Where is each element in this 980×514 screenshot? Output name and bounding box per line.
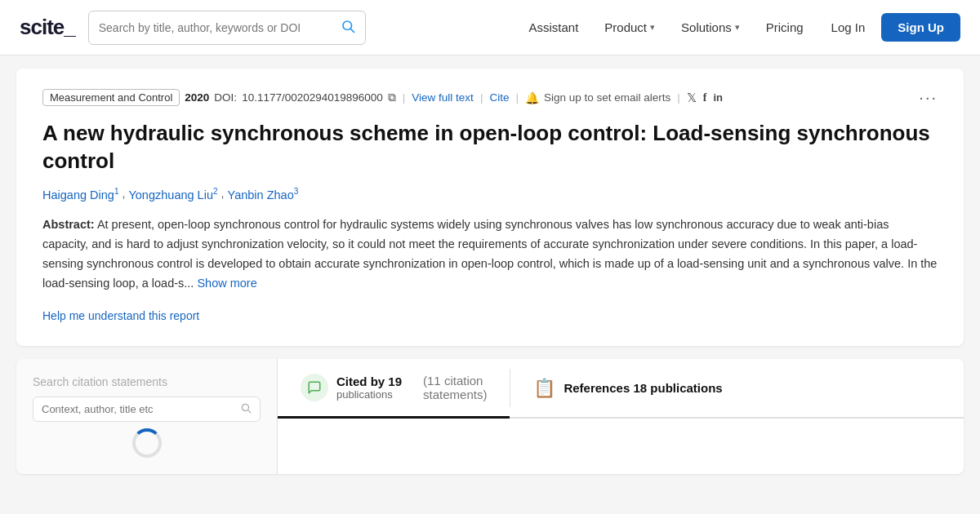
show-more-link[interactable]: Show more bbox=[197, 277, 256, 290]
logo[interactable]: scite_ bbox=[20, 15, 75, 40]
citations-search-label: Search citation statements bbox=[33, 375, 261, 388]
facebook-icon[interactable]: f bbox=[703, 91, 707, 104]
view-full-text-link[interactable]: View full text bbox=[412, 91, 474, 104]
search-input[interactable] bbox=[99, 21, 334, 34]
meta-sep-2: | bbox=[480, 91, 483, 104]
product-chevron-icon: ▾ bbox=[650, 22, 655, 33]
abstract: Abstract: At present, open-loop synchron… bbox=[42, 215, 938, 294]
citation-statements-text: (11 citation bbox=[423, 374, 487, 388]
bottom-section: Search citation statements bbox=[16, 359, 964, 474]
citations-search-input[interactable] bbox=[42, 403, 235, 415]
meta-sep-4: | bbox=[677, 91, 680, 104]
tab-references[interactable]: 📋 References 18 publications bbox=[510, 359, 745, 417]
loading-spinner bbox=[132, 428, 162, 458]
paper-year: 2020 bbox=[185, 91, 209, 104]
tabs-header: Cited by 19 publications (11 citation st… bbox=[278, 359, 964, 419]
meta-sep-3: | bbox=[515, 91, 519, 104]
login-button[interactable]: Log In bbox=[818, 14, 879, 41]
meta-line: Measurement and Control 2020 DOI: 10.117… bbox=[42, 88, 938, 107]
cite-link[interactable]: Cite bbox=[489, 91, 509, 104]
doi-label: DOI: bbox=[214, 91, 237, 104]
author-2-sup: 2 bbox=[213, 187, 218, 196]
linkedin-icon[interactable]: in bbox=[713, 91, 723, 104]
nav-solutions[interactable]: Solutions ▾ bbox=[670, 14, 751, 41]
references-text: References 18 publications bbox=[564, 381, 722, 395]
citations-search-input-wrap bbox=[33, 397, 261, 422]
author-sep-1: , bbox=[122, 187, 125, 202]
search-icon bbox=[341, 19, 355, 37]
doi-value: 10.1177/0020294019896000 bbox=[242, 91, 383, 104]
abstract-text: At present, open-loop synchronous contro… bbox=[42, 218, 937, 290]
more-options-button[interactable]: ··· bbox=[919, 88, 938, 107]
help-link[interactable]: Help me understand this report bbox=[42, 309, 199, 322]
navbar: scite_ Assistant Product ▾ Solutions ▾ P… bbox=[0, 0, 980, 55]
citations-search-panel: Search citation statements bbox=[16, 359, 278, 474]
authors: Haigang Ding1 , Yongzhuang Liu2 , Yanbin… bbox=[42, 187, 938, 202]
svg-line-3 bbox=[248, 410, 251, 413]
abstract-label: Abstract: bbox=[42, 218, 95, 231]
nav-links: Assistant Product ▾ Solutions ▾ Pricing … bbox=[517, 13, 960, 42]
cited-by-sub-text: publications bbox=[336, 388, 402, 401]
author-1-link[interactable]: Haigang Ding1 bbox=[42, 187, 118, 202]
author-3-sup: 3 bbox=[294, 187, 299, 196]
cited-by-text-group: Cited by 19 publications bbox=[336, 374, 402, 401]
author-2-link[interactable]: Yongzhuang Liu2 bbox=[128, 187, 217, 202]
twitter-icon[interactable]: 𝕏 bbox=[687, 91, 697, 105]
author-1-sup: 1 bbox=[114, 187, 119, 196]
nav-pricing[interactable]: Pricing bbox=[755, 14, 815, 41]
references-icon: 📋 bbox=[533, 378, 555, 399]
citation-statements-group: (11 citation statements) bbox=[423, 374, 487, 401]
cited-by-icon bbox=[301, 374, 328, 401]
author-3-link[interactable]: Yanbin Zhao3 bbox=[228, 187, 299, 202]
journal-badge: Measurement and Control bbox=[42, 89, 180, 106]
citations-search-icon bbox=[240, 402, 252, 416]
search-bar bbox=[88, 11, 366, 45]
citation-statements-sub: statements) bbox=[423, 388, 487, 401]
main-wrapper: Measurement and Control 2020 DOI: 10.117… bbox=[0, 69, 980, 474]
alert-text: Sign up to set email alerts bbox=[544, 91, 670, 104]
solutions-chevron-icon: ▾ bbox=[735, 22, 740, 33]
paper-card: Measurement and Control 2020 DOI: 10.117… bbox=[16, 69, 964, 346]
nav-product[interactable]: Product ▾ bbox=[593, 14, 666, 41]
nav-assistant[interactable]: Assistant bbox=[517, 14, 590, 41]
author-sep-2: , bbox=[221, 187, 225, 202]
paper-title: A new hydraulic synchronous scheme in op… bbox=[42, 120, 938, 175]
copy-icon[interactable]: ⧉ bbox=[388, 91, 396, 104]
cited-by-main-text: Cited by 19 bbox=[336, 374, 402, 388]
svg-line-1 bbox=[350, 29, 354, 32]
tab-cited-by[interactable]: Cited by 19 publications (11 citation st… bbox=[278, 359, 510, 419]
bell-icon: 🔔 bbox=[525, 91, 539, 104]
meta-sep-1: | bbox=[403, 91, 406, 104]
signup-button[interactable]: Sign Up bbox=[881, 13, 960, 42]
loading-spinner-wrap bbox=[33, 422, 261, 458]
social-icons: 𝕏 f in bbox=[687, 91, 723, 105]
tabs-panel: Cited by 19 publications (11 citation st… bbox=[278, 359, 964, 474]
